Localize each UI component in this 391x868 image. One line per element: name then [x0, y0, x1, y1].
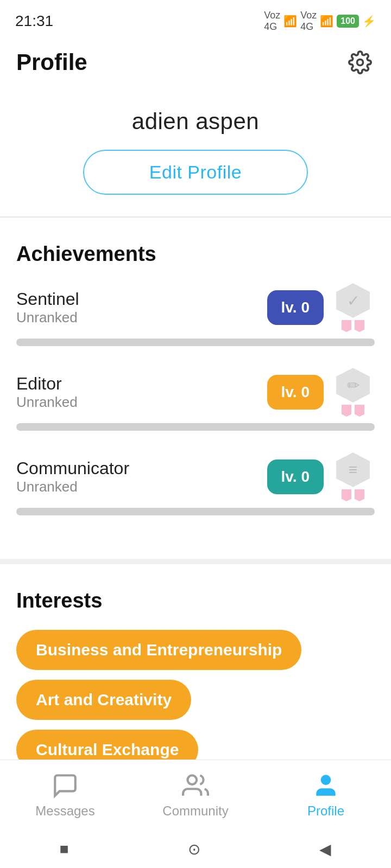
- medal-hex-sentinel: ✓: [333, 283, 373, 318]
- interest-tag-0[interactable]: Business and Entrepreneurship: [16, 630, 301, 670]
- page-title: Profile: [16, 49, 87, 75]
- ribbon-right: [355, 320, 364, 332]
- level-badge-communicator: lv. 0: [267, 459, 324, 494]
- level-badge-editor: lv. 0: [267, 375, 324, 410]
- edit-profile-button[interactable]: Edit Profile: [83, 150, 308, 195]
- progress-bar-sentinel: [16, 339, 375, 346]
- nav-profile-label: Profile: [307, 803, 344, 819]
- medal-ribbon-sentinel: [342, 320, 364, 332]
- signal-bars: 📶: [283, 15, 297, 28]
- svg-point-0: [357, 60, 363, 66]
- medal-editor: ✏: [331, 368, 375, 417]
- network-label: Voz4G: [264, 10, 280, 33]
- status-time: 21:31: [15, 12, 53, 30]
- achievement-name-communicator: Communicator: [16, 458, 129, 478]
- ribbon-right-editor: [355, 405, 364, 417]
- ribbon-left: [342, 320, 351, 332]
- android-circle-button[interactable]: ⊙: [188, 840, 200, 858]
- interests-title: Interests: [16, 589, 375, 612]
- ribbon-left-comm: [342, 489, 351, 501]
- progress-bar-communicator: [16, 508, 375, 515]
- nav-community-label: Community: [162, 803, 228, 819]
- achievement-rank-sentinel: Unranked: [16, 309, 79, 326]
- progress-bar-editor: [16, 423, 375, 431]
- nav-community[interactable]: Community: [130, 772, 261, 819]
- profile-name: adien aspen: [132, 108, 259, 135]
- medal-ribbon-communicator: [342, 489, 364, 501]
- section-divider: [0, 559, 391, 564]
- battery-icon: 100: [337, 15, 359, 28]
- status-bar: 21:31 Voz4G 📶 Voz4G 📶 100 ⚡: [0, 0, 391, 38]
- app-header: Profile: [0, 38, 391, 87]
- bottom-nav: Messages Community Profile: [0, 760, 391, 830]
- achievement-rank-editor: Unranked: [16, 394, 78, 411]
- android-back-button[interactable]: ◀: [319, 840, 331, 858]
- nav-profile[interactable]: Profile: [261, 772, 391, 819]
- medal-hex-editor: ✏: [333, 368, 373, 403]
- profile-section: adien aspen Edit Profile: [0, 87, 391, 211]
- android-nav-bar: ■ ⊙ ◀: [0, 830, 391, 868]
- status-icons: Voz4G 📶 Voz4G 📶 100 ⚡: [264, 10, 376, 33]
- achievements-section: Achievements Sentinel Unranked lv. 0 ✓: [0, 223, 391, 553]
- level-badge-sentinel: lv. 0: [267, 290, 324, 325]
- svg-point-1: [187, 775, 197, 784]
- nav-messages[interactable]: Messages: [0, 772, 130, 819]
- medal-ribbon-editor: [342, 405, 364, 417]
- profile-icon: [312, 772, 339, 799]
- medal-communicator: ≡: [331, 452, 375, 501]
- header-divider: [0, 216, 391, 218]
- ribbon-right-comm: [355, 489, 364, 501]
- svg-point-2: [321, 775, 331, 784]
- achievement-name-sentinel: Sentinel: [16, 289, 79, 309]
- medal-sentinel: ✓: [331, 283, 375, 332]
- messages-icon: [52, 772, 79, 799]
- medal-hex-communicator: ≡: [333, 452, 373, 487]
- android-square-button[interactable]: ■: [60, 840, 69, 858]
- achievement-rank-communicator: Unranked: [16, 478, 129, 495]
- achievement-name-editor: Editor: [16, 374, 78, 394]
- achievement-communicator: Communicator Unranked lv. 0 ≡: [16, 452, 375, 515]
- achievements-title: Achievements: [16, 242, 375, 266]
- settings-button[interactable]: [345, 48, 375, 77]
- interest-tag-1[interactable]: Art and Creativity: [16, 680, 191, 720]
- ribbon-left-editor: [342, 405, 351, 417]
- community-icon: [182, 772, 209, 799]
- signal-bars2: 📶: [320, 15, 333, 28]
- achievement-sentinel: Sentinel Unranked lv. 0 ✓: [16, 283, 375, 346]
- network-label2: Voz4G: [300, 10, 317, 33]
- achievement-editor: Editor Unranked lv. 0 ✏: [16, 368, 375, 431]
- charging-icon: ⚡: [362, 15, 376, 28]
- nav-messages-label: Messages: [35, 803, 94, 819]
